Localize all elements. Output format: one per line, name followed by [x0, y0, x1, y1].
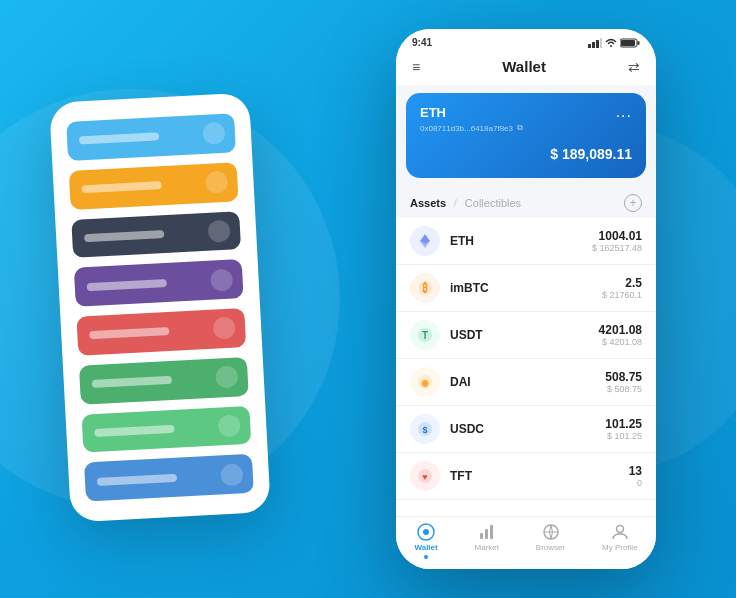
- usdt-coin-icon: T: [410, 320, 440, 350]
- eth-card-menu[interactable]: ...: [616, 103, 632, 121]
- wallet-card-icon-6: [215, 366, 238, 389]
- svg-rect-0: [588, 44, 591, 48]
- asset-item-usdc[interactable]: $ USDC 101.25 $ 101.25: [396, 406, 656, 453]
- tab-divider: /: [454, 198, 457, 209]
- asset-item-tft[interactable]: ♥ TFT 13 0: [396, 453, 656, 500]
- status-time: 9:41: [412, 37, 432, 48]
- usdt-usd: $ 4201.08: [599, 337, 642, 347]
- usdt-name: USDT: [450, 328, 599, 342]
- svg-text:◉: ◉: [421, 378, 429, 388]
- svg-text:₿: ₿: [422, 282, 428, 294]
- imbtc-name: imBTC: [450, 281, 602, 295]
- wallet-card-icon-4: [210, 268, 233, 291]
- battery-icon: [620, 38, 640, 48]
- wallet-card-label-3: [84, 230, 164, 242]
- dai-coin-icon: ◉: [410, 367, 440, 397]
- eth-card-address: 0x08711d3b...6418a7f8e3 ⧉: [420, 123, 632, 133]
- tft-name: TFT: [450, 469, 629, 483]
- usdc-coin-icon: $: [410, 414, 440, 444]
- wallet-card-label-8: [97, 473, 177, 485]
- nav-profile[interactable]: My Profile: [602, 523, 638, 559]
- browser-nav-icon: [542, 523, 560, 541]
- asset-item-dai[interactable]: ◉ DAI 508.75 $ 508.75: [396, 359, 656, 406]
- wallet-card-4[interactable]: [74, 259, 244, 306]
- nav-browser-label: Browser: [536, 543, 565, 552]
- imbtc-usd: $ 21760.1: [602, 290, 642, 300]
- usdc-name: USDC: [450, 422, 605, 436]
- wallet-card-8[interactable]: [84, 454, 254, 501]
- eth-usd: $ 162517.48: [592, 243, 642, 253]
- phone-front: 9:41 ≡ Wallet ⇄: [396, 29, 656, 569]
- usdc-amount: 101.25: [605, 417, 642, 431]
- tft-usd: 0: [629, 478, 642, 488]
- wallet-card-icon-7: [218, 414, 241, 437]
- profile-nav-icon: [611, 523, 629, 541]
- btc-coin-icon: ₿: [410, 273, 440, 303]
- svg-text:$: $: [422, 425, 427, 435]
- wallet-card-icon-3: [208, 220, 231, 243]
- eth-values: 1004.01 $ 162517.48: [592, 229, 642, 253]
- tft-values: 13 0: [629, 464, 642, 488]
- asset-item-eth[interactable]: ETH 1004.01 $ 162517.48: [396, 218, 656, 265]
- wallet-card-label-5: [89, 327, 169, 339]
- tft-amount: 13: [629, 464, 642, 478]
- nav-market-label: Market: [475, 543, 499, 552]
- wallet-card-7[interactable]: [81, 405, 251, 452]
- svg-rect-23: [490, 525, 493, 539]
- svg-text:♥: ♥: [422, 472, 427, 482]
- svg-text:T: T: [422, 330, 428, 341]
- add-asset-button[interactable]: +: [624, 194, 642, 212]
- eth-card-top: ETH ...: [420, 103, 632, 121]
- dai-amount: 508.75: [605, 370, 642, 384]
- signal-icon: [588, 38, 602, 48]
- usdt-amount: 4201.08: [599, 323, 642, 337]
- wallet-nav-icon: [417, 523, 435, 541]
- dai-values: 508.75 $ 508.75: [605, 370, 642, 394]
- dai-name: DAI: [450, 375, 605, 389]
- usdc-usd: $ 101.25: [605, 431, 642, 441]
- svg-rect-22: [485, 529, 488, 539]
- tab-assets[interactable]: Assets: [410, 197, 446, 209]
- dai-usd: $ 508.75: [605, 384, 642, 394]
- nav-wallet[interactable]: Wallet: [414, 523, 437, 559]
- wallet-card-label-4: [87, 279, 167, 291]
- svg-rect-21: [480, 533, 483, 539]
- wallet-card-icon-1: [202, 122, 225, 145]
- wallet-card-1[interactable]: [66, 113, 236, 160]
- wallet-card-6[interactable]: [79, 357, 249, 404]
- header-title: Wallet: [502, 58, 546, 75]
- assets-tabs: Assets / Collectibles: [410, 197, 521, 209]
- asset-item-imbtc[interactable]: ₿ imBTC 2.5 $ 21760.1: [396, 265, 656, 312]
- wallet-card-label-7: [94, 425, 174, 437]
- wifi-icon: [605, 38, 617, 48]
- status-icons: [588, 38, 640, 48]
- phone-header: ≡ Wallet ⇄: [396, 52, 656, 85]
- nav-market[interactable]: Market: [475, 523, 499, 559]
- wallet-card-3[interactable]: [71, 211, 241, 258]
- svg-point-25: [616, 526, 623, 533]
- wallet-card-icon-8: [220, 463, 243, 486]
- imbtc-values: 2.5 $ 21760.1: [602, 276, 642, 300]
- status-bar: 9:41: [396, 29, 656, 52]
- eth-name: ETH: [450, 234, 592, 248]
- nav-browser[interactable]: Browser: [536, 523, 565, 559]
- usdt-values: 4201.08 $ 4201.08: [599, 323, 642, 347]
- eth-amount: 1004.01: [592, 229, 642, 243]
- refresh-icon[interactable]: ⇄: [628, 59, 640, 75]
- wallet-card-label-2: [82, 181, 162, 193]
- assets-header: Assets / Collectibles +: [396, 186, 656, 218]
- svg-rect-2: [596, 40, 599, 48]
- bottom-nav: Wallet Market Browser My Profil: [396, 516, 656, 569]
- asset-list: ETH 1004.01 $ 162517.48 ₿ imBTC 2.5 $ 21…: [396, 218, 656, 516]
- menu-icon[interactable]: ≡: [412, 59, 420, 75]
- wallet-card-5[interactable]: [76, 308, 246, 355]
- eth-card-name: ETH: [420, 105, 446, 120]
- tab-collectibles[interactable]: Collectibles: [465, 197, 521, 209]
- wallet-card-label-1: [79, 133, 159, 145]
- eth-card[interactable]: ETH ... 0x08711d3b...6418a7f8e3 ⧉ $ 189,…: [406, 93, 646, 178]
- wallet-card-2[interactable]: [69, 162, 239, 209]
- phone-back: [49, 92, 271, 522]
- imbtc-amount: 2.5: [602, 276, 642, 290]
- asset-item-usdt[interactable]: T USDT 4201.08 $ 4201.08: [396, 312, 656, 359]
- nav-wallet-label: Wallet: [414, 543, 437, 552]
